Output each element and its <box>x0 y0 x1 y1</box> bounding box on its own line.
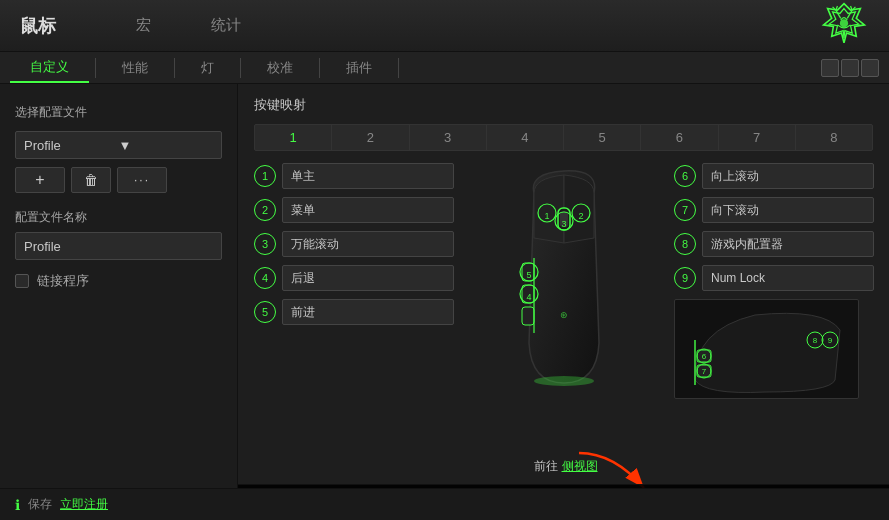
subnav-divider-5 <box>398 58 399 78</box>
mapping-num-7: 7 <box>674 199 696 221</box>
mapping-num-8: 8 <box>674 233 696 255</box>
more-profile-button[interactable]: ··· <box>117 167 167 193</box>
tab-4[interactable]: 4 <box>487 125 564 150</box>
mapping-value-6[interactable]: 向上滚动 <box>702 163 874 189</box>
mapping-item-8: 8 游戏内配置器 <box>674 231 874 257</box>
mini-mouse-view[interactable]: 6 7 8 9 <box>674 299 859 399</box>
profile-select[interactable]: Profile ▼ <box>15 131 222 159</box>
svg-text:8: 8 <box>813 336 818 345</box>
mouse-image: ⊛ 1 2 3 4 5 <box>479 163 649 403</box>
svg-text:⊛: ⊛ <box>560 310 568 320</box>
mapping-value-1[interactable]: 单主 <box>282 163 454 189</box>
subnav-grid-2 <box>841 59 859 77</box>
mini-mouse-panel: 6 7 8 9 <box>674 299 874 399</box>
content-area: 按键映射 1 2 3 4 5 6 7 8 1 单主 2 菜单 <box>238 84 889 520</box>
mapping-value-5[interactable]: 前进 <box>282 299 454 325</box>
sidebar: 选择配置文件 Profile ▼ + 🗑 ··· 配置文件名称 链接程序 <box>0 84 238 520</box>
left-mapping-list: 1 单主 2 菜单 3 万能滚动 4 后退 5 前进 <box>254 163 454 333</box>
mapping-item-6: 6 向上滚动 <box>674 163 874 189</box>
header-nav-stats[interactable]: 统计 <box>211 11 241 40</box>
svg-point-24 <box>534 376 594 386</box>
subnav-customize[interactable]: 自定义 <box>10 52 89 83</box>
link-program-checkbox[interactable] <box>15 274 29 288</box>
razer-logo <box>819 2 869 50</box>
svg-line-2 <box>847 10 852 18</box>
side-view-link-area: 前往 侧视图 <box>534 458 598 475</box>
svg-text:6: 6 <box>702 352 707 361</box>
section-title: 按键映射 <box>254 96 873 114</box>
svg-text:7: 7 <box>702 367 707 376</box>
mapping-num-5: 5 <box>254 301 276 323</box>
bottom-save-bar <box>238 508 268 520</box>
tab-2[interactable]: 2 <box>332 125 409 150</box>
arrow-label-prefix: 前往 <box>534 458 558 475</box>
svg-line-1 <box>836 10 841 18</box>
mapping-num-3: 3 <box>254 233 276 255</box>
profile-name-label: 配置文件名称 <box>15 209 222 226</box>
mapping-value-3[interactable]: 万能滚动 <box>282 231 454 257</box>
mapping-content-row: 1 单主 2 菜单 3 万能滚动 4 后退 5 前进 <box>254 163 873 403</box>
svg-text:4: 4 <box>526 292 531 302</box>
svg-text:1: 1 <box>544 211 549 221</box>
mapping-num-2: 2 <box>254 199 276 221</box>
tab-8[interactable]: 8 <box>796 125 872 150</box>
mapping-num-1: 1 <box>254 165 276 187</box>
trash-icon: 🗑 <box>84 172 98 188</box>
profile-select-value: Profile <box>24 138 119 153</box>
mapping-item-1: 1 单主 <box>254 163 454 189</box>
profile-actions: + 🗑 ··· <box>15 167 222 193</box>
mapping-value-7[interactable]: 向下滚动 <box>702 197 874 223</box>
tab-row: 1 2 3 4 5 6 7 8 <box>254 124 873 151</box>
svg-text:3: 3 <box>561 219 566 229</box>
profile-name-input[interactable] <box>15 232 222 260</box>
subnav-plugins[interactable]: 插件 <box>326 52 392 83</box>
subnav-grid-3 <box>861 59 879 77</box>
subnav-divider-4 <box>319 58 320 78</box>
svg-text:9: 9 <box>828 336 833 345</box>
svg-rect-11 <box>522 307 534 325</box>
register-link[interactable]: 立即注册 <box>60 496 108 513</box>
bottom-bar: ℹ 保存 立即注册 <box>0 488 889 520</box>
mapping-value-2[interactable]: 菜单 <box>282 197 454 223</box>
subnav-divider-3 <box>240 58 241 78</box>
dropdown-arrow-icon: ▼ <box>119 138 214 153</box>
tab-3[interactable]: 3 <box>410 125 487 150</box>
right-mapping-list: 6 向上滚动 7 向下滚动 8 游戏内配置器 9 Num Lock <box>674 163 874 399</box>
header-nav-macro[interactable]: 宏 <box>136 11 151 40</box>
profile-select-title: 选择配置文件 <box>15 104 222 121</box>
svg-text:2: 2 <box>578 211 583 221</box>
link-program-row: 链接程序 <box>15 272 222 290</box>
subnav-lighting[interactable]: 灯 <box>181 52 234 83</box>
subnav-calibrate[interactable]: 校准 <box>247 52 313 83</box>
header-nav: 宏 统计 <box>136 11 869 40</box>
delete-profile-button[interactable]: 🗑 <box>71 167 111 193</box>
mapping-value-4[interactable]: 后退 <box>282 265 454 291</box>
mapping-value-8[interactable]: 游戏内配置器 <box>702 231 874 257</box>
tab-5[interactable]: 5 <box>564 125 641 150</box>
app-header: 鼠标 宏 统计 <box>0 0 889 52</box>
subnav-performance[interactable]: 性能 <box>102 52 168 83</box>
mapping-num-6: 6 <box>674 165 696 187</box>
mouse-area: ⊛ 1 2 3 4 5 <box>464 163 664 403</box>
subnav: 自定义 性能 灯 校准 插件 <box>0 52 889 84</box>
mapping-item-3: 3 万能滚动 <box>254 231 454 257</box>
subnav-divider-2 <box>174 58 175 78</box>
tab-7[interactable]: 7 <box>719 125 796 150</box>
mapping-value-9[interactable]: Num Lock <box>702 265 874 291</box>
mapping-item-9: 9 Num Lock <box>674 265 874 291</box>
tab-1[interactable]: 1 <box>255 125 332 150</box>
subnav-divider-1 <box>95 58 96 78</box>
mapping-item-5: 5 前进 <box>254 299 454 325</box>
add-profile-button[interactable]: + <box>15 167 65 193</box>
mapping-num-4: 4 <box>254 267 276 289</box>
svg-text:5: 5 <box>526 270 531 280</box>
svg-point-0 <box>840 19 848 27</box>
mapping-item-2: 2 菜单 <box>254 197 454 223</box>
tab-6[interactable]: 6 <box>641 125 718 150</box>
save-label: 保存 <box>28 496 52 513</box>
subnav-grid-1 <box>821 59 839 77</box>
mapping-item-4: 4 后退 <box>254 265 454 291</box>
mapping-num-9: 9 <box>674 267 696 289</box>
main-layout: 选择配置文件 Profile ▼ + 🗑 ··· 配置文件名称 链接程序 按键映… <box>0 84 889 520</box>
info-icon: ℹ <box>15 497 20 513</box>
